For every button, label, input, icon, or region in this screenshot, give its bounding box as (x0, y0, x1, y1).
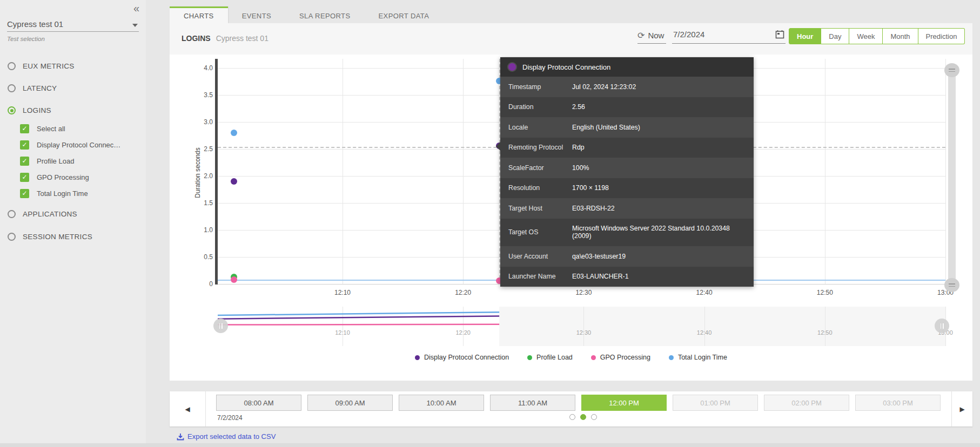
y-axis-title: Duration seconds (194, 140, 202, 205)
tooltip-row: Launcher NameE03-LAUNCHER-1 (500, 267, 754, 287)
checkbox-icon: ✓ (20, 140, 29, 150)
hour-slot-11-00-am[interactable]: 11:00 AM (490, 395, 575, 411)
hour-slot-08-00-am[interactable]: 08:00 AM (216, 395, 301, 411)
x-tick-label: 12:30 (567, 289, 600, 296)
tooltip-title: Display Protocol Connection (522, 63, 610, 71)
sidebar-section-session-metrics[interactable]: SESSION METRICS (8, 233, 92, 241)
tooltip-row-value: Jul 02, 2024 12:23:02 (572, 83, 636, 91)
data-point-display-protocol-connection[interactable] (231, 178, 237, 185)
y-range-slider-handle-top[interactable] (944, 63, 959, 77)
tooltip-row-value: Rdp (572, 144, 585, 151)
sidebar-section-label: EUX METRICS (23, 62, 75, 70)
navigator-handle-left[interactable] (213, 319, 228, 333)
legend-item-profile-load[interactable]: Profile Load (527, 354, 573, 361)
legend-item-total-login-time[interactable]: Total Login Time (669, 354, 727, 361)
calendar-icon[interactable] (775, 30, 784, 39)
tooltip-row-label: Target Host (508, 205, 572, 212)
range-button-prediction[interactable]: Prediction (918, 28, 965, 44)
series-color-dot (508, 63, 516, 71)
metric-checkbox-display-protocol-connec-[interactable]: ✓Display Protocol Connec… (20, 140, 120, 150)
range-button-hour[interactable]: Hour (789, 28, 821, 44)
date-input[interactable]: 7/2/2024 (672, 29, 786, 44)
y-range-slider-handle-bottom[interactable] (944, 278, 959, 292)
sidebar-section-eux-metrics[interactable]: EUX METRICS (8, 62, 75, 70)
hour-slot-03-00-pm: 03:00 PM (855, 395, 941, 411)
chart-test-name: Cypress test 01 (216, 34, 269, 43)
legend-dot (669, 355, 674, 360)
data-point-total-login-time[interactable] (231, 130, 237, 136)
prev-arrow-icon: ◀ (185, 405, 190, 413)
chart-card: LOGINS Cypress test 01 ⟳ Now 7/2/2024 Ho… (170, 23, 972, 381)
metric-checkbox-total-login-time[interactable]: ✓Total Login Time (20, 189, 88, 198)
pagination-dot-3[interactable] (591, 414, 597, 420)
tooltip-row-value: English (United States) (572, 124, 640, 131)
tooltip-row-label: Duration (508, 103, 572, 111)
point-tooltip: Display Protocol Connection TimestampJul… (500, 57, 754, 287)
legend-label: Total Login Time (678, 354, 727, 361)
y-tick-label: 3.5 (186, 91, 213, 99)
y-range-slider-track[interactable] (948, 65, 956, 288)
hour-bar-date: 7/2/2024 (217, 414, 243, 422)
range-button-week[interactable]: Week (849, 28, 883, 44)
v-gridline (343, 59, 343, 284)
y-tick-label: 4.0 (186, 64, 213, 72)
tooltip-row-value: 2.56 (572, 103, 585, 111)
metric-checkbox-select-all[interactable]: ✓Select all (20, 124, 65, 133)
pagination-dot-1[interactable] (569, 414, 575, 420)
tab-charts[interactable]: CHARTS (170, 6, 228, 23)
collapse-sidebar-icon[interactable]: « (133, 2, 139, 15)
metric-checkbox-profile-load[interactable]: ✓Profile Load (20, 157, 74, 166)
pagination-dot-2[interactable] (580, 414, 586, 420)
date-value: 7/2/2024 (673, 30, 704, 39)
chart-navigator[interactable]: 12:1012:2012:3012:4012:5013:00 (218, 307, 945, 346)
legend-dot (591, 355, 596, 360)
chart-section-label: LOGINS (182, 34, 211, 43)
refresh-icon: ⟳ (637, 32, 645, 39)
sidebar-section-logins[interactable]: LOGINS (8, 106, 51, 114)
hour-slot-09-00-am[interactable]: 09:00 AM (307, 395, 393, 411)
range-button-day[interactable]: Day (821, 28, 849, 44)
metric-checkbox-gpo-processing[interactable]: ✓GPO Processing (20, 173, 89, 182)
legend-label: Display Protocol Connection (424, 354, 509, 361)
tooltip-row-value: E03-RDSH-22 (572, 205, 615, 212)
navigator-handle-right[interactable] (935, 319, 949, 333)
tooltip-row-label: Remoting Protocol (508, 144, 572, 151)
tooltip-header: Display Protocol Connection (500, 57, 754, 77)
data-point-gpo-processing[interactable] (231, 276, 237, 283)
next-arrow-icon: ▶ (959, 405, 964, 413)
test-select-dropdown[interactable]: Cypress test 01 (7, 19, 139, 32)
legend-item-display-protocol-connection[interactable]: Display Protocol Connection (415, 354, 509, 361)
hour-slot-01-00-pm: 01:00 PM (673, 395, 758, 411)
y-tick-label: 0.5 (186, 253, 213, 261)
bottom-scroll-strip (0, 443, 980, 447)
tooltip-row-label: User Account (508, 253, 572, 260)
hour-slot-10-00-am[interactable]: 10:00 AM (399, 395, 484, 411)
refresh-now-button[interactable]: ⟳ Now (637, 30, 666, 44)
hour-slot-12-00-pm[interactable]: 12:00 PM (581, 395, 667, 411)
metric-checkbox-label: Display Protocol Connec… (37, 141, 120, 149)
tooltip-row: User Accountqa\e03-testuser19 (500, 246, 754, 267)
legend-item-gpo-processing[interactable]: GPO Processing (591, 354, 650, 361)
chart-title: LOGINS Cypress test 01 (182, 34, 269, 43)
tab-sla-reports[interactable]: SLA REPORTS (285, 6, 364, 23)
sidebar-section-applications[interactable]: APPLICATIONS (8, 210, 77, 218)
hour-selector-bar: ◀ 08:00 AM09:00 AM10:00 AM11:00 AM12:00 … (170, 391, 972, 426)
metric-checkbox-label: Profile Load (37, 157, 74, 165)
tooltip-row-label: Target OS (508, 228, 572, 236)
tab-export-data[interactable]: EXPORT DATA (365, 6, 444, 23)
tooltip-row: Target HostE03-RDSH-22 (500, 198, 754, 219)
export-csv-label: Export selected data to CSV (187, 432, 276, 441)
sidebar: « Cypress test 01 Test selection EUX MET… (0, 0, 146, 447)
next-hours-button[interactable]: ▶ (951, 391, 972, 426)
previous-hours-button[interactable]: ◀ (170, 391, 206, 426)
export-csv-link[interactable]: Export selected data to CSV (177, 432, 276, 441)
range-button-month[interactable]: Month (883, 28, 918, 44)
radio-icon (8, 210, 16, 218)
tab-events[interactable]: EVENTS (228, 6, 285, 23)
tooltip-row-label: Resolution (508, 184, 572, 192)
legend-label: GPO Processing (600, 354, 650, 361)
radio-icon (8, 62, 16, 70)
sidebar-section-latency[interactable]: LATENCY (8, 84, 57, 92)
radio-icon (8, 233, 16, 241)
tooltip-row: Remoting ProtocolRdp (500, 138, 754, 158)
